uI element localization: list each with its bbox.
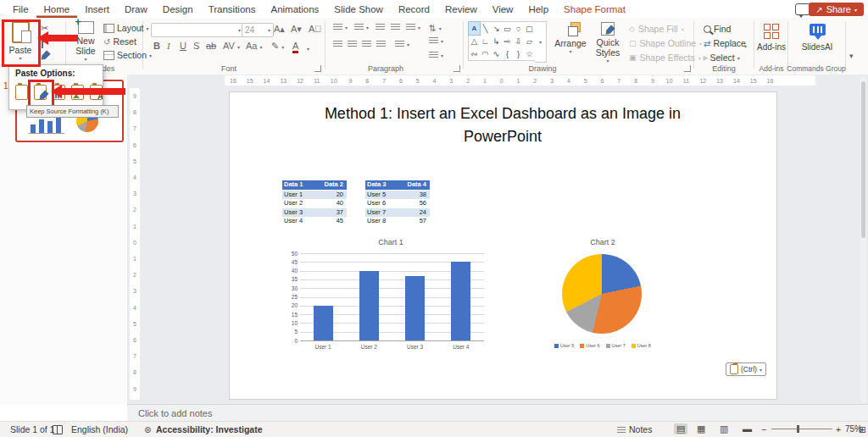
text-highlight-button[interactable]: ✎ ▾ bbox=[271, 41, 284, 52]
align-text-button[interactable]: ▾ bbox=[429, 37, 443, 45]
menu-tab-view[interactable]: View bbox=[485, 0, 521, 18]
collapse-ribbon-chevron[interactable]: ▾ bbox=[849, 52, 854, 60]
slideshow-view-button[interactable]: ▬ bbox=[743, 423, 752, 434]
convert-smartart-button[interactable]: ▾ bbox=[429, 52, 443, 59]
slide-title[interactable]: Method 1: Insert an Excel Dashboard as a… bbox=[303, 102, 702, 148]
menu-tab-shape-format[interactable]: Shape Format bbox=[556, 0, 633, 18]
align-left-button[interactable] bbox=[333, 41, 342, 48]
shape-scribble[interactable]: ∾ bbox=[469, 47, 480, 60]
shape-outline-button[interactable]: ▢ Shape Outline▾ bbox=[629, 38, 702, 48]
shape-elbow-connector[interactable]: ∟ bbox=[480, 35, 491, 47]
text-direction-button[interactable]: ⇅▾ bbox=[429, 23, 442, 33]
font-dialog-launcher-icon[interactable] bbox=[314, 65, 321, 72]
shape-triangle[interactable]: △ bbox=[469, 35, 480, 47]
shape-arc[interactable]: ◠ bbox=[480, 47, 491, 60]
notes-toggle-button[interactable]: Notes bbox=[617, 424, 652, 434]
shape-curve[interactable]: ∿ bbox=[491, 47, 502, 60]
text-shadow-button[interactable]: S bbox=[193, 41, 199, 51]
font-color-chevron[interactable]: ▾ bbox=[307, 42, 309, 53]
shape-oval[interactable]: ○ bbox=[513, 22, 524, 35]
bold-button[interactable]: B bbox=[153, 41, 160, 51]
font-size-combobox[interactable]: 24▾ bbox=[242, 23, 274, 37]
replace-button[interactable]: ⇄ Replace bbox=[704, 38, 746, 48]
paste-options-smart-tag[interactable]: (Ctrl) ▾ bbox=[726, 362, 766, 376]
drawing-dialog-launcher-icon[interactable] bbox=[684, 65, 691, 72]
shape-star[interactable]: ☆ bbox=[524, 47, 535, 60]
menu-tab-insert[interactable]: Insert bbox=[77, 0, 117, 18]
shape-snip-rectangle[interactable]: ▱ bbox=[524, 35, 535, 47]
notes-placeholder[interactable]: Click to add notes bbox=[138, 408, 212, 418]
shape-left-brace[interactable]: { bbox=[502, 47, 513, 60]
shape-rounded-rectangle[interactable]: ▢ bbox=[524, 22, 535, 35]
zoom-out-button[interactable]: − bbox=[761, 424, 766, 434]
bullets-button[interactable]: ▾ bbox=[333, 24, 348, 31]
shape-right-brace[interactable]: } bbox=[513, 47, 524, 60]
fit-slide-to-window-icon[interactable]: ⊞ bbox=[859, 425, 865, 434]
language-status[interactable]: English (India) bbox=[71, 424, 128, 434]
excel-table-1[interactable]: Data 1Data 2User 120User 240User 337User… bbox=[282, 180, 347, 226]
select-button[interactable]: ▹ Select ▾ bbox=[704, 53, 740, 63]
increase-font-size-button[interactable]: A▴ bbox=[274, 24, 285, 35]
excel-table-2[interactable]: Data 3Data 4User 538User 656User 724User… bbox=[365, 180, 430, 226]
zoom-in-button[interactable]: + bbox=[836, 424, 841, 434]
strikethrough-button[interactable]: ab bbox=[206, 41, 216, 51]
shape-rectangle[interactable]: ▭ bbox=[502, 22, 513, 35]
align-right-button[interactable] bbox=[362, 41, 371, 48]
scrollbar-thumb[interactable] bbox=[861, 81, 865, 238]
menu-tab-design[interactable]: Design bbox=[155, 0, 201, 18]
pie-chart[interactable]: Chart 2 User 5User 6User 7User 8 bbox=[548, 236, 658, 355]
menu-tab-transitions[interactable]: Transitions bbox=[201, 0, 264, 18]
shape-text-box[interactable]: A bbox=[469, 22, 480, 35]
slidesai-button[interactable]: SlidesAI bbox=[798, 24, 836, 52]
align-center-button[interactable] bbox=[348, 41, 357, 48]
shape-line[interactable]: ╲ bbox=[480, 22, 491, 35]
increase-indent-button[interactable] bbox=[391, 24, 400, 31]
shape-elbow-arrow[interactable]: ↳ bbox=[491, 35, 502, 47]
zoom-slider[interactable] bbox=[771, 429, 832, 429]
new-slide-button[interactable]: New Slide ▾ bbox=[70, 21, 102, 62]
find-button[interactable]: Find bbox=[704, 24, 731, 34]
italic-button[interactable]: I bbox=[167, 41, 170, 51]
display-settings-icon[interactable] bbox=[53, 425, 63, 436]
add-ins-button[interactable]: Add-ins bbox=[757, 24, 786, 52]
shape-gallery-more-button[interactable]: ▾ bbox=[535, 21, 547, 63]
menu-tab-animations[interactable]: Animations bbox=[263, 0, 326, 18]
menu-tab-help[interactable]: Help bbox=[520, 0, 556, 18]
font-color-button[interactable]: A bbox=[292, 41, 298, 53]
slide-canvas[interactable]: Method 1: Insert an Excel Dashboard as a… bbox=[229, 91, 777, 400]
bar-chart[interactable]: Chart 1 50454035302520151050User 1User 2… bbox=[287, 236, 494, 355]
replace-chevron[interactable]: ▾ bbox=[744, 40, 747, 50]
paragraph-dialog-launcher-icon[interactable] bbox=[453, 65, 460, 72]
shape-effects-button[interactable]: ▣ Shape Effects▾ bbox=[629, 53, 701, 63]
font-name-combobox[interactable]: ▾ bbox=[151, 23, 244, 37]
quick-styles-button[interactable]: Quick Styles ▾ bbox=[591, 22, 625, 64]
layout-button[interactable]: Layout ▾ bbox=[103, 23, 149, 33]
accessibility-status[interactable]: Accessibility: Investigate bbox=[156, 424, 262, 434]
shape-fill-button[interactable]: ◇ Shape Fill▾ bbox=[629, 24, 684, 34]
menu-tab-review[interactable]: Review bbox=[437, 0, 485, 18]
numbering-button[interactable]: ▾ bbox=[354, 24, 369, 31]
decrease-font-size-button[interactable]: A▾ bbox=[291, 24, 302, 35]
change-case-button[interactable]: Aa ▾ bbox=[246, 41, 263, 51]
reading-view-button[interactable]: ▥ bbox=[720, 423, 728, 434]
line-spacing-button[interactable]: ▾ bbox=[406, 24, 420, 31]
menu-tab-record[interactable]: Record bbox=[391, 0, 437, 18]
section-button[interactable]: Section ▾ bbox=[103, 50, 152, 60]
slide-sorter-view-button[interactable]: ▦ bbox=[697, 423, 705, 434]
columns-button[interactable]: ▾ bbox=[395, 41, 409, 48]
notes-pane[interactable]: Click to add notes bbox=[127, 404, 868, 422]
vertical-scrollbar[interactable] bbox=[860, 76, 866, 402]
clear-formatting-button[interactable]: A⃠ bbox=[309, 24, 322, 34]
character-spacing-button[interactable]: AV ▾ bbox=[223, 41, 240, 51]
format-painter-button[interactable] bbox=[41, 50, 51, 62]
share-button[interactable]: ↗ Share ▾ bbox=[809, 3, 864, 16]
menu-tab-draw[interactable]: Draw bbox=[117, 0, 155, 18]
justify-button[interactable] bbox=[376, 41, 386, 48]
paste-option-use-destination-theme[interactable] bbox=[14, 82, 28, 102]
menu-tab-slide-show[interactable]: Slide Show bbox=[326, 0, 391, 18]
decrease-indent-button[interactable] bbox=[376, 24, 385, 31]
arrange-button[interactable]: Arrange ▾ bbox=[553, 22, 588, 54]
shape-down-arrow[interactable]: ⇩ bbox=[513, 35, 524, 47]
shape-right-arrow[interactable]: ⇨ bbox=[502, 35, 513, 47]
menu-tab-file[interactable]: File bbox=[5, 0, 36, 18]
